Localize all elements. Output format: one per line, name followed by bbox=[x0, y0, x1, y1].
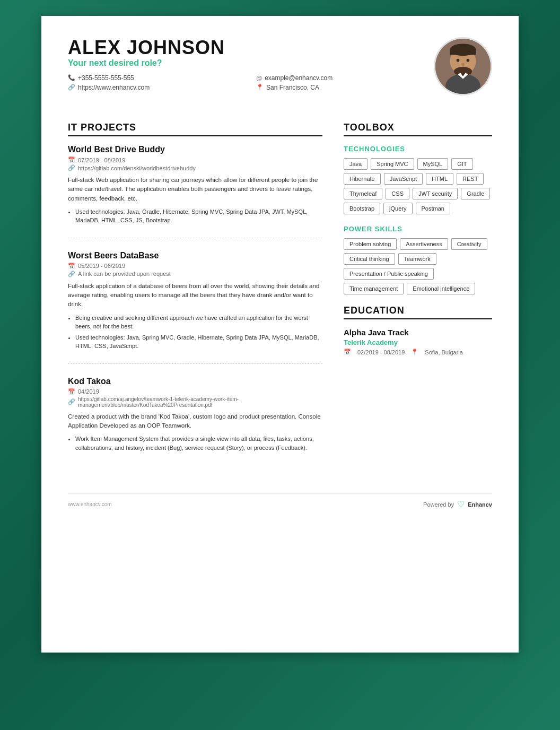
education-section: EDUCATION Alpha Java Track Telerik Acade… bbox=[344, 305, 492, 355]
technologies-section: TECHNOLOGIES JavaSpring MVCMySQLGITHiber… bbox=[344, 145, 492, 214]
phone-icon: 📞 bbox=[68, 74, 75, 81]
contact-grid: 📞 +355-5555-555-555 @ example@enhancv.co… bbox=[68, 74, 434, 91]
email-item: @ example@enhancv.com bbox=[256, 74, 434, 82]
technology-tag: CSS bbox=[386, 188, 409, 199]
technology-tag: JavaScript bbox=[384, 173, 423, 185]
it-projects-title: IT PROJECTS bbox=[68, 122, 322, 136]
svg-rect-4 bbox=[450, 50, 476, 55]
bullet-item: Work Item Management System that provide… bbox=[75, 434, 322, 452]
project-item: Kod Takoa 📅 04/2019 🔗 https://gitlab.com… bbox=[68, 377, 322, 465]
project-description: Full-stack Web application for sharing c… bbox=[68, 176, 322, 203]
project-link: 🔗 https://gitlab.com/denski/worldbestdri… bbox=[68, 164, 322, 171]
project-title: Kod Takoa bbox=[68, 377, 322, 386]
project-link: 🔗 A link can be provided upon request bbox=[68, 271, 322, 277]
project-bullets: Used technologies: Java, Gradle, Hiberna… bbox=[68, 207, 322, 225]
bullet-item: Used technologies: Java, Spring MVC, Gra… bbox=[75, 333, 322, 351]
bullet-item: Used technologies: Java, Gradle, Hiberna… bbox=[75, 207, 322, 225]
location-icon: 📍 bbox=[411, 349, 418, 355]
calendar-icon: 📅 bbox=[344, 349, 351, 355]
project-title: World Best Drive Buddy bbox=[68, 145, 322, 154]
svg-point-7 bbox=[467, 59, 470, 62]
technology-tag: Gradle bbox=[461, 188, 490, 199]
phone-item: 📞 +355-5555-555-555 bbox=[68, 74, 246, 82]
project-description: Full-stack application of a database of … bbox=[68, 282, 322, 309]
power-skills-section: POWER SKILLS Problem solvingAssertivenes… bbox=[344, 225, 492, 294]
phone-number: +355-5555-555-555 bbox=[78, 74, 134, 82]
link-icon: 🔗 bbox=[68, 271, 75, 277]
project-dates: 📅 05/2019 - 06/2019 bbox=[68, 263, 322, 270]
technology-tag: jQuery bbox=[383, 203, 412, 214]
skill-tag: Time management bbox=[344, 283, 404, 294]
powered-by-text: Powered by bbox=[423, 501, 454, 508]
toolbox-title: TOOLBOX bbox=[344, 122, 492, 136]
power-skills-subtitle: POWER SKILLS bbox=[344, 225, 492, 233]
footer-logo: Powered by ♡ Enhancv bbox=[423, 499, 492, 509]
location-icon: 📍 bbox=[256, 84, 264, 91]
skill-tag: Problem solving bbox=[344, 238, 397, 250]
power-skills-tags: Problem solvingAssertivenessCreativityCr… bbox=[344, 238, 492, 294]
technology-tag: HTML bbox=[426, 173, 453, 185]
main-content: IT PROJECTS World Best Drive Buddy 📅 07/… bbox=[68, 122, 492, 477]
education-meta: 📅 02/2019 - 08/2019 📍 Sofia, Bulgaria bbox=[344, 349, 492, 355]
technology-tag: Bootstrap bbox=[344, 203, 380, 214]
project-bullets: Being creative and seeking different app… bbox=[68, 314, 322, 351]
edu-dates: 02/2019 - 08/2019 bbox=[357, 349, 405, 355]
project-title: Worst Beers DataBase bbox=[68, 251, 322, 260]
website-item: 🔗 https://www.enhancv.com bbox=[68, 84, 246, 91]
technology-tag: Java bbox=[344, 158, 368, 170]
skill-tag: Critical thinking bbox=[344, 253, 395, 265]
technology-tag: MySQL bbox=[417, 158, 449, 170]
technologies-tags: JavaSpring MVCMySQLGITHibernateJavaScrip… bbox=[344, 158, 492, 214]
skill-tag: Teamwork bbox=[398, 253, 436, 265]
left-column: IT PROJECTS World Best Drive Buddy 📅 07/… bbox=[68, 122, 322, 477]
avatar-image bbox=[435, 39, 491, 94]
skill-tag: Creativity bbox=[451, 238, 487, 250]
bullet-item: Being creative and seeking different app… bbox=[75, 314, 322, 331]
project-dates: 📅 04/2019 bbox=[68, 388, 322, 395]
location-text: San Francisco, CA bbox=[266, 84, 319, 91]
right-column: TOOLBOX TECHNOLOGIES JavaSpring MVCMySQL… bbox=[344, 122, 492, 477]
resume-page: ALEX JOHNSON Your next desired role? 📞 +… bbox=[41, 16, 519, 653]
technology-tag: Thymeleaf bbox=[344, 188, 382, 199]
svg-point-5 bbox=[454, 67, 472, 76]
heart-icon: ♡ bbox=[457, 499, 465, 509]
technology-tag: Postman bbox=[416, 203, 450, 214]
skill-tag: Emotional intelligence bbox=[407, 283, 475, 294]
skill-tag: Assertiveness bbox=[400, 238, 448, 250]
project-item: World Best Drive Buddy 📅 07/2019 - 08/20… bbox=[68, 145, 322, 238]
calendar-icon: 📅 bbox=[68, 388, 75, 395]
project-bullets: Work Item Management System that provide… bbox=[68, 434, 322, 452]
footer-website: www.enhancv.com bbox=[68, 501, 112, 507]
edu-location: Sofia, Bulgaria bbox=[425, 349, 463, 355]
technology-tag: Spring MVC bbox=[371, 158, 414, 170]
link-icon: 🔗 bbox=[68, 398, 75, 405]
project-item: Worst Beers DataBase 📅 05/2019 - 06/2019… bbox=[68, 251, 322, 364]
footer: www.enhancv.com Powered by ♡ Enhancv bbox=[68, 493, 492, 509]
link-icon: 🔗 bbox=[68, 164, 75, 171]
svg-point-8 bbox=[461, 63, 465, 67]
education-title: EDUCATION bbox=[344, 305, 492, 319]
technology-tag: JWT security bbox=[413, 188, 458, 199]
project-dates: 📅 07/2019 - 08/2019 bbox=[68, 157, 322, 163]
location-item: 📍 San Francisco, CA bbox=[256, 84, 434, 91]
email-icon: @ bbox=[256, 75, 262, 81]
email-address: example@enhancv.com bbox=[265, 74, 332, 82]
skill-tag: Presentation / Public speaking bbox=[344, 268, 434, 280]
website-url: https://www.enhancv.com bbox=[78, 84, 150, 91]
technology-tag: REST bbox=[457, 173, 484, 185]
technologies-subtitle: TECHNOLOGIES bbox=[344, 145, 492, 153]
school-org: Telerik Academy bbox=[344, 338, 492, 346]
avatar bbox=[434, 37, 492, 95]
header-section: ALEX JOHNSON Your next desired role? 📞 +… bbox=[68, 37, 492, 106]
link-icon: 🔗 bbox=[68, 84, 75, 91]
header-info: ALEX JOHNSON Your next desired role? 📞 +… bbox=[68, 37, 434, 91]
technology-tag: Hibernate bbox=[344, 173, 381, 185]
school-name: Alpha Java Track bbox=[344, 328, 492, 337]
project-description: Created a product with the brand 'Kod Ta… bbox=[68, 412, 322, 431]
technology-tag: GIT bbox=[451, 158, 472, 170]
project-link: 🔗 https://gitlab.com/aj.angelov/teamwork… bbox=[68, 396, 322, 408]
calendar-icon: 📅 bbox=[68, 263, 75, 270]
calendar-icon: 📅 bbox=[68, 157, 75, 163]
desired-role: Your next desired role? bbox=[68, 58, 434, 68]
svg-point-6 bbox=[457, 59, 460, 62]
